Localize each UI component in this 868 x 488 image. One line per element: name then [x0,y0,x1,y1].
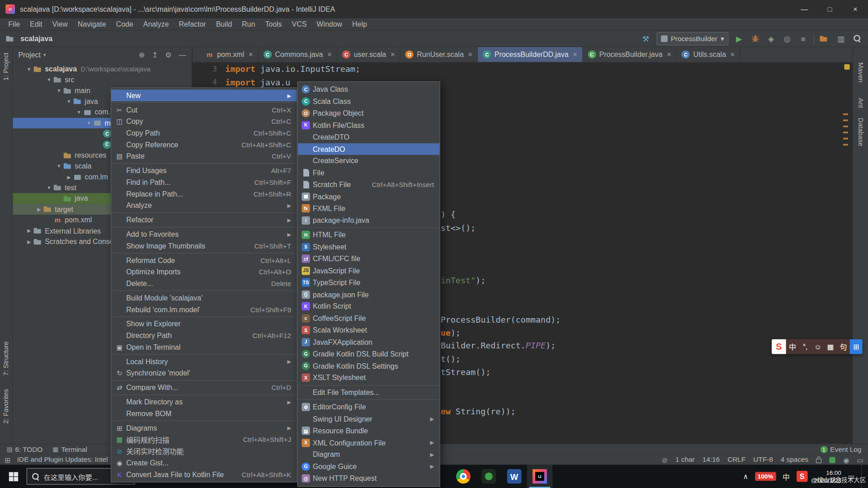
menu-item-item-38[interactable]: ▩编码规约扫描Ctrl+Alt+Shift+J [111,434,297,446]
menu-item-optimize-imports[interactable]: Optimize ImportsCtrl+Alt+O [111,266,297,278]
tab-processbuilderdd-java[interactable]: CProcessBuilderDD.java× [478,47,583,62]
close-button[interactable]: × [843,0,868,18]
expand-arrow-icon[interactable]: ▶ [25,239,33,244]
menu-item-cfml-cfc-file[interactable]: cfCFML/CFC file [298,253,439,265]
expand-arrow-icon[interactable]: ▼ [55,164,63,169]
battery-indicator[interactable]: 100% [755,472,776,481]
run-button[interactable]: ▶ [733,33,744,44]
terminal-button[interactable]: ▦Terminal [52,446,87,453]
sogou-tool-4[interactable]: ▦ [824,339,837,354]
menu-item-find-in-path[interactable]: Find in Path...Ctrl+Shift+F [111,177,297,188]
menu-item-gradle-kotlin-dsl-build-script[interactable]: GGradle Kotlin DSL Build Script [298,348,439,360]
ime-indicator[interactable]: 中 [783,471,790,482]
layout-button[interactable]: ▥ [835,33,846,44]
tab-commons-java[interactable]: CCommons.java× [258,47,337,62]
menu-item-package-json-file[interactable]: {}package.json File [298,289,439,300]
menu-item-find-usages[interactable]: Find UsagesAlt+F7 [111,165,297,177]
menu-item-scala-class[interactable]: CScala Class [298,95,439,107]
menu-view[interactable]: View [47,20,73,28]
taskbar-intellij-button[interactable]: IJ [527,465,552,488]
menu-vcs[interactable]: VCS [287,20,312,28]
status-utf-8[interactable]: UTF-8 [753,456,773,464]
tree-node-src[interactable]: ▼src [13,75,192,85]
tool-window-button-2-favorites[interactable]: 2: Favorites [2,389,10,424]
tab-close-icon[interactable]: × [327,50,331,58]
menu-code[interactable]: Code [111,20,138,28]
menu-item-directory-path[interactable]: Directory PathCtrl+Alt+F12 [111,330,297,342]
menu-item-convert-java-file-to-kotlin-file[interactable]: KConvert Java File to Kotlin FileCtrl+Al… [111,469,297,480]
menu-item-typescript-file[interactable]: TSTypeScript File [298,277,439,288]
search-everywhere-button[interactable] [851,33,862,44]
menu-item-stylesheet[interactable]: SStylesheet [298,241,439,253]
menu-item-rebuild-com-lm-model[interactable]: Rebuild 'com.lm.model'Ctrl+Shift+F9 [111,304,297,315]
menu-item-javafxapplication[interactable]: JJavaFXApplication [298,336,439,348]
menu-item-file[interactable]: File [298,167,439,178]
menu-item-xslt-stylesheet[interactable]: XXSLT Stylesheet [298,372,439,384]
tool-windows-icon[interactable]: ⊞ [5,455,10,464]
menu-item-remove-bom[interactable]: Remove BOM [111,408,297,419]
find-in-path-button[interactable] [819,33,830,44]
sogou-tool-1[interactable]: 中 [786,339,799,354]
taskbar-app-button[interactable] [476,465,501,488]
menu-item-copy-path[interactable]: Copy PathCtrl+Shift+C [111,127,297,139]
theme-icon[interactable] [830,457,835,463]
event-log-button[interactable]: 1 Event Log [820,446,861,453]
menu-item-html-file[interactable]: HHTML File [298,229,439,241]
tab-close-icon[interactable]: × [573,50,577,58]
settings-gear-icon[interactable]: ⚙ [165,51,171,59]
menu-item-build-module-scalajava[interactable]: Build Module 'scalajava' [111,292,297,304]
start-button[interactable] [0,465,27,488]
tool-window-button-maven[interactable]: Maven [857,62,865,82]
profiler-button[interactable]: ◎ [782,33,793,44]
hide-panel-icon[interactable]: — [179,51,186,59]
menu-item-copy-reference[interactable]: Copy ReferenceCtrl+Alt+Shift+C [111,139,297,150]
menu-item-item-39[interactable]: ⊘关闭实时检测功能 [111,446,297,457]
tab-close-icon[interactable]: × [468,50,472,58]
build-hammer-button[interactable]: ⚒ [640,33,651,44]
expand-arrow-icon[interactable]: ▼ [25,66,33,72]
menu-item-delete[interactable]: Delete...Delete [111,278,297,290]
todo-button[interactable]: ▤6: TODO [7,446,43,453]
tool-window-button-ant[interactable]: Ant [857,98,865,108]
tab-processbuilder-java[interactable]: CProcessBuilder.java× [583,47,677,62]
expand-arrow-icon[interactable]: ▶ [35,206,43,212]
menu-item-xml-configuration-file[interactable]: XXML Configuration File▶ [298,437,439,449]
menu-item-cut[interactable]: ✂CutCtrl+X [111,104,297,116]
expand-arrow-icon[interactable]: ▼ [45,77,53,83]
project-panel-title[interactable]: Project [18,51,41,59]
menu-item-kotlin-script[interactable]: KKotlin Script [298,300,439,312]
menu-item-javascript-file[interactable]: JSJavaScript File [298,265,439,277]
menu-item-createdto[interactable]: CreateDTO [298,131,439,143]
status-crlf[interactable]: CRLF [727,456,745,464]
tab-close-icon[interactable]: × [391,50,395,58]
locate-icon[interactable]: ⊕ [139,51,145,59]
menu-item-diagram[interactable]: Diagram▶ [298,449,439,460]
maximize-button[interactable]: □ [817,0,842,18]
minimize-button[interactable]: — [792,0,817,18]
tool-window-button-database[interactable]: Database [857,118,865,146]
menu-item-show-in-explorer[interactable]: Show in Explorer [111,318,297,330]
menu-item-add-to-favorites[interactable]: Add to Favorites▶ [111,229,297,240]
menu-item-package-object[interactable]: OPackage Object [298,108,439,119]
tab-close-icon[interactable]: × [667,50,671,58]
menu-item-createservice[interactable]: CreateService [298,155,439,167]
coverage-button[interactable]: ◈ [765,33,776,44]
menu-analyze[interactable]: Analyze [138,20,174,28]
menu-file[interactable]: File [3,20,25,28]
tree-node-scalajava[interactable]: ▼scalajavaD:\workspace\scalajava [13,64,192,75]
menu-item-edit-file-templates[interactable]: Edit File Templates... [298,386,439,398]
tab-close-icon[interactable]: × [731,50,735,58]
menu-help[interactable]: Help [347,20,372,28]
panel-icon[interactable]: ▭ [857,455,863,464]
inspector-icon[interactable]: ⊘ [662,455,668,464]
menu-item-google-guice[interactable]: GGoogle Guice▶ [298,460,439,472]
sogou-tool-3[interactable]: ☺ [811,339,824,354]
tab-runuser-scala[interactable]: ORunUser.scala× [400,47,478,62]
taskbar-chrome-button[interactable] [451,465,476,488]
menu-run[interactable]: Run [237,20,260,28]
menu-item-editorconfig-file[interactable]: ⚙EditorConfig File [298,401,439,413]
status-14-16[interactable]: 14:16 [703,456,720,464]
menu-item-refactor[interactable]: Refactor▶ [111,214,297,226]
tool-window-button-1-project[interactable]: 1: Project [2,52,10,80]
menu-item-scratch-file[interactable]: Scratch FileCtrl+Alt+Shift+Insert [298,179,439,191]
